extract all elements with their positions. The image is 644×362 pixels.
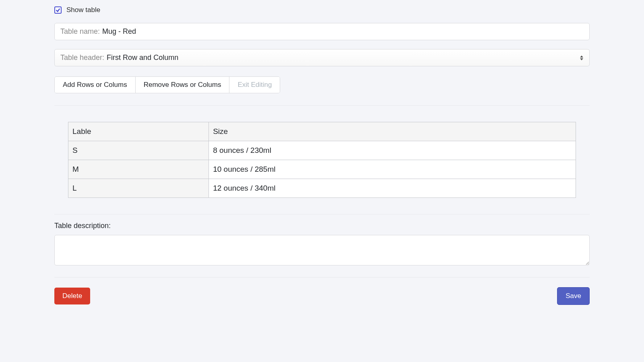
data-table: Lable Size S 8 ounces / 230ml M 10 ounce… — [68, 122, 576, 198]
table-cell[interactable]: 12 ounces / 340ml — [209, 179, 576, 198]
select-arrows-icon — [580, 55, 584, 61]
table-cell[interactable]: 10 ounces / 285ml — [209, 160, 576, 179]
table-row-header[interactable]: S — [68, 141, 209, 160]
divider — [54, 105, 590, 106]
divider — [54, 214, 590, 214]
edit-button-group: Add Rows or Colums Remove Rows or Colums… — [54, 76, 280, 93]
table-row: L 12 ounces / 340ml — [68, 179, 576, 198]
table-cell[interactable]: 8 ounces / 230ml — [209, 141, 576, 160]
table-row: S 8 ounces / 230ml — [68, 141, 576, 160]
check-icon — [56, 8, 60, 12]
table-header-value: First Row and Column — [107, 53, 580, 62]
table-header-cell[interactable]: Size — [209, 122, 576, 141]
table-name-input[interactable] — [102, 27, 584, 36]
remove-rows-columns-button[interactable]: Remove Rows or Colums — [136, 77, 230, 93]
table-description-input[interactable] — [54, 235, 590, 265]
action-bar: Delete Save — [54, 287, 590, 305]
table-description-label: Table description: — [54, 222, 590, 230]
table-row-header[interactable]: L — [68, 179, 209, 198]
delete-button[interactable]: Delete — [54, 288, 90, 304]
exit-editing-button[interactable]: Exit Editing — [229, 77, 280, 93]
table-name-field-wrapper: Table name: — [54, 23, 590, 40]
table-row: M 10 ounces / 285ml — [68, 160, 576, 179]
show-table-checkbox[interactable] — [54, 6, 62, 14]
show-table-label: Show table — [66, 6, 100, 14]
save-button[interactable]: Save — [557, 287, 590, 305]
table-header-row: Lable Size — [68, 122, 576, 141]
table-header-cell[interactable]: Lable — [68, 122, 209, 141]
table-header-label: Table header: — [60, 53, 104, 62]
table-name-label: Table name: — [60, 27, 100, 36]
table-row-header[interactable]: M — [68, 160, 209, 179]
add-rows-columns-button[interactable]: Add Rows or Colums — [55, 77, 136, 93]
divider — [54, 277, 590, 278]
table-header-select[interactable]: Table header: First Row and Column — [54, 49, 590, 66]
